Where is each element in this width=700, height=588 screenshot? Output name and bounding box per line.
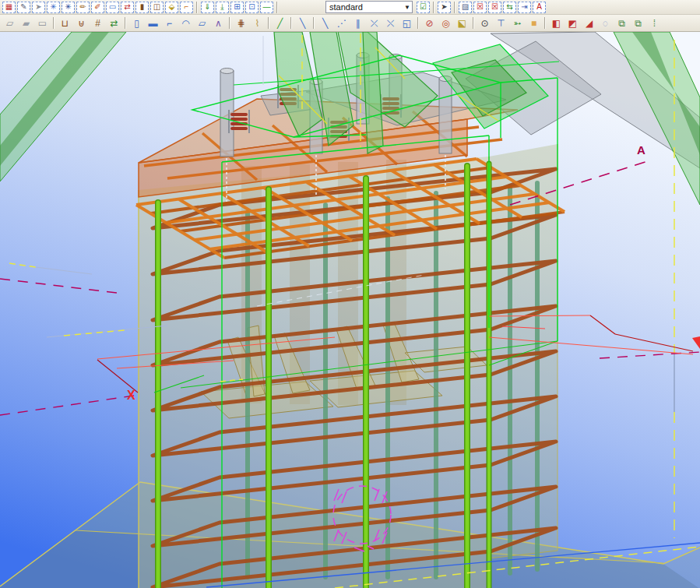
selection-switches-toolbar: ▦✎➤✳✳✏✐▭⇄▮◫⬙⌐⇓⤓⊞⊡— standard ▼ ☑➤▨☒☒⇆⇥A <box>0 0 700 15</box>
select-assemblies-switch[interactable]: ➤ <box>32 2 45 13</box>
toolbar-group-modeling: ▱▰▭⊔⊎#⇄▯▬⌐◠▱∧⋕⌇╱╲╲⋰∥⤫⤬◱⊘◎⬕⊙⊤➳■◧◩◢◌⧉⧉⁞ <box>2 16 663 30</box>
grid-label-a: A <box>637 143 645 157</box>
steel-curved-beam-icon[interactable]: ◠ <box>178 16 193 30</box>
select-distances-switch[interactable]: ⇄ <box>121 2 134 13</box>
select-views-switch[interactable]: ▭ <box>106 2 119 13</box>
view-plane-icon[interactable]: ⬕ <box>455 16 470 30</box>
twin-profile-icon[interactable]: ⋕ <box>234 16 248 30</box>
pdf-export-icon[interactable]: A <box>533 2 546 13</box>
modeling-tools-toolbar: ▱▰▭⊔⊎#⇄▯▬⌐◠▱∧⋕⌇╱╲╲⋰∥⤫⤬◱⊘◎⬕⊙⊤➳■◧◩◢◌⧉⧉⁞ <box>0 15 700 32</box>
steel-orthogonal-beam-icon[interactable]: ∧ <box>211 16 226 30</box>
select-gridlines-switch[interactable]: ⌐ <box>180 2 193 13</box>
toolbar-group-right: ☑➤▨☒☒⇆⇥A <box>416 2 547 13</box>
create-pad-icon[interactable]: ▰ <box>19 16 33 30</box>
pointer-tool-icon[interactable]: ➤ <box>438 2 451 13</box>
area-select-icon[interactable]: ◌ <box>598 16 613 30</box>
snap-to-circle-icon[interactable]: ◎ <box>438 16 453 30</box>
toolbar-separator <box>290 17 292 29</box>
axis-label-x: X <box>127 389 135 402</box>
create-bolts-icon[interactable]: ⌇ <box>250 16 265 30</box>
steel-contour-plate-icon[interactable]: ▱ <box>195 16 209 30</box>
clip-plane-icon[interactable]: ◧ <box>549 16 564 30</box>
selection-filter-dropdown[interactable]: standard ▼ <box>325 1 413 13</box>
toolbar-group-left: ▦✎➤✳✳✏✐▭⇄▮◫⬙⌐⇓⤓⊞⊡— <box>2 2 322 13</box>
steel-polybeam-icon[interactable]: ⌐ <box>162 16 177 30</box>
goto-model-icon[interactable]: ⇥ <box>518 2 531 13</box>
steel-column-icon[interactable]: ▯ <box>129 16 144 30</box>
create-view-plane-icon[interactable]: ◢ <box>582 16 596 30</box>
selection-filter-value: standard <box>329 2 363 12</box>
select-grid-points-switch[interactable]: ⊞ <box>230 2 244 13</box>
select-planes-switch[interactable]: ⬙ <box>165 2 178 13</box>
select-objects-in-components-switch[interactable]: ✎ <box>17 2 30 13</box>
select-reinforcement-meshes-switch[interactable]: ⤓ <box>216 2 229 13</box>
toolbar-separator <box>268 17 269 29</box>
clipped-toolbar-icon[interactable]: ⁞ <box>647 16 662 30</box>
refresh-view-icon[interactable]: ⇆ <box>503 2 516 13</box>
toolbar-separator <box>313 17 315 29</box>
toolbar-separator <box>229 17 230 29</box>
toolbar-separator <box>276 2 278 13</box>
snap-to-nearest-icon[interactable]: ◱ <box>399 16 414 30</box>
create-panel-icon[interactable]: ▭ <box>35 16 50 30</box>
toolbar-separator <box>53 17 55 29</box>
toolbar-spacer <box>280 7 322 8</box>
select-all-objects-switch[interactable]: ✳ <box>62 2 75 13</box>
toolbar-separator <box>454 2 456 13</box>
fit-work-area-icon[interactable]: ⊤ <box>494 16 508 30</box>
steel-beam-icon[interactable]: ▬ <box>146 16 160 30</box>
construction-line-icon[interactable]: ╲ <box>295 16 310 30</box>
model-viewport-3d[interactable]: A X <box>0 32 700 588</box>
create-weld-icon[interactable]: ╱ <box>273 16 287 30</box>
toolbar-separator <box>544 17 546 29</box>
chevron-down-icon: ▼ <box>404 4 410 11</box>
create-beam-icon[interactable]: ▱ <box>2 16 17 30</box>
fly-through-icon[interactable]: ➳ <box>510 16 525 30</box>
snap-to-line-ends-icon[interactable]: ⋰ <box>334 16 349 30</box>
snapshot-icon[interactable]: ▨ <box>459 2 472 13</box>
toolbar-separator <box>417 17 419 29</box>
snap-override-icon[interactable]: ⊘ <box>422 16 437 30</box>
toolbar-separator <box>473 17 474 29</box>
move-objects-icon[interactable]: ⧉ <box>631 16 645 30</box>
select-parts-switch[interactable]: ✏ <box>76 2 90 13</box>
concrete-pad-footing-icon[interactable]: ⊎ <box>74 16 89 30</box>
select-reinforcing-bars-switch[interactable]: ⇓ <box>201 2 214 13</box>
select-objects-in-assemblies-switch[interactable]: ✳ <box>47 2 60 13</box>
select-surfaces-switch[interactable]: ✐ <box>91 2 104 13</box>
select-points-switch[interactable]: ⊡ <box>245 2 259 13</box>
snap-to-perpendicular-icon[interactable]: ⤬ <box>383 16 398 30</box>
concrete-slab-icon[interactable]: # <box>90 16 105 30</box>
snap-to-midpoints-icon[interactable]: ∥ <box>350 16 365 30</box>
select-welds-switch[interactable]: ◫ <box>150 2 164 13</box>
select-bolts-switch[interactable]: ▮ <box>135 2 149 13</box>
snap-to-points-icon[interactable]: ╲ <box>318 16 332 30</box>
delete-view-icon[interactable]: ☒ <box>473 2 487 13</box>
shaded-face-icon[interactable]: ■ <box>526 16 541 30</box>
find-objects-icon[interactable]: ⊙ <box>477 16 492 30</box>
select-components-switch[interactable]: ▦ <box>2 2 16 13</box>
toolbar-separator <box>196 2 198 13</box>
selection-filter-icon[interactable]: ☑ <box>417 2 430 13</box>
clip-plane-remove-icon[interactable]: ◩ <box>565 16 580 30</box>
close-view-icon[interactable]: ☒ <box>488 2 501 13</box>
toolbar-separator <box>433 2 434 13</box>
copy-objects-icon[interactable]: ⧉ <box>614 16 629 30</box>
concrete-strip-footing-icon[interactable]: ⊔ <box>58 16 72 30</box>
toolbar-separator <box>125 17 126 29</box>
select-lines-switch[interactable]: — <box>260 2 273 13</box>
convert-item-icon[interactable]: ⇄ <box>107 16 121 30</box>
snap-to-intersections-icon[interactable]: ⤫ <box>367 16 382 30</box>
